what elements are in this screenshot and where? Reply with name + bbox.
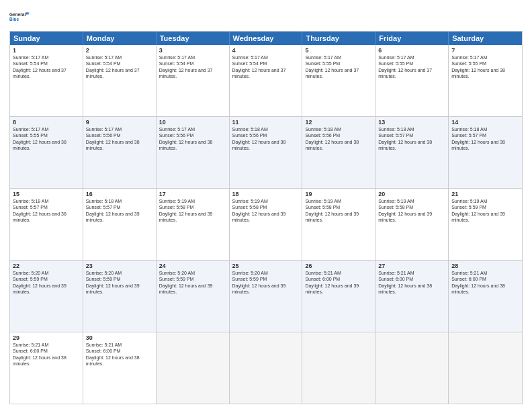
day-info: Sunrise: 5:18 AMSunset: 5:56 PMDaylight:… (305, 127, 359, 150)
day-number: 19 (305, 191, 372, 197)
day-number: 18 (232, 191, 300, 197)
day-cell-30: 30Sunrise: 5:21 AMSunset: 6:00 PMDayligh… (83, 332, 157, 404)
day-cell-2: 2Sunrise: 5:17 AMSunset: 5:54 PMDaylight… (83, 45, 157, 116)
day-info: Sunrise: 5:17 AMSunset: 5:54 PMDaylight:… (13, 55, 66, 79)
day-cell-28: 28Sunrise: 5:21 AMSunset: 6:00 PMDayligh… (449, 261, 522, 332)
day-number: 6 (378, 47, 445, 54)
day-header-saturday: Saturday (449, 32, 522, 45)
day-cell-15: 15Sunrise: 5:18 AMSunset: 5:57 PMDayligh… (10, 189, 83, 260)
day-info: Sunrise: 5:21 AMSunset: 6:00 PMDaylight:… (86, 342, 140, 366)
day-number: 14 (451, 119, 519, 126)
day-header-wednesday: Wednesday (230, 32, 303, 45)
day-cell-14: 14Sunrise: 5:18 AMSunset: 5:57 PMDayligh… (449, 117, 522, 188)
calendar-page: General Blue SundayMondayTuesdayWednesda… (0, 0, 532, 411)
day-cell-17: 17Sunrise: 5:19 AMSunset: 5:58 PMDayligh… (157, 189, 230, 260)
day-cell-27: 27Sunrise: 5:21 AMSunset: 6:00 PMDayligh… (375, 261, 449, 332)
day-info: Sunrise: 5:19 AMSunset: 5:58 PMDaylight:… (232, 199, 286, 222)
day-cell-23: 23Sunrise: 5:20 AMSunset: 5:59 PMDayligh… (83, 261, 157, 332)
day-info: Sunrise: 5:17 AMSunset: 5:55 PMDaylight:… (451, 55, 505, 79)
day-info: Sunrise: 5:19 AMSunset: 5:59 PMDaylight:… (451, 199, 505, 222)
day-info: Sunrise: 5:19 AMSunset: 5:58 PMDaylight:… (378, 199, 432, 222)
empty-cell (157, 332, 230, 404)
day-number: 25 (232, 263, 300, 269)
day-cell-25: 25Sunrise: 5:20 AMSunset: 5:59 PMDayligh… (230, 261, 303, 332)
svg-text:General: General (9, 12, 26, 17)
day-info: Sunrise: 5:17 AMSunset: 5:55 PMDaylight:… (305, 55, 359, 79)
header: General Blue (9, 7, 523, 27)
logo-graphic: General Blue (9, 7, 30, 27)
calendar-row-2: 8Sunrise: 5:17 AMSunset: 5:55 PMDaylight… (10, 117, 522, 189)
calendar-row-1: 1Sunrise: 5:17 AMSunset: 5:54 PMDaylight… (10, 45, 522, 117)
day-cell-26: 26Sunrise: 5:21 AMSunset: 6:00 PMDayligh… (302, 261, 375, 332)
day-info: Sunrise: 5:18 AMSunset: 5:57 PMDaylight:… (86, 199, 140, 222)
day-number: 23 (86, 263, 153, 269)
day-number: 9 (86, 119, 153, 126)
day-info: Sunrise: 5:21 AMSunset: 6:00 PMDaylight:… (378, 271, 432, 294)
day-info: Sunrise: 5:21 AMSunset: 6:00 PMDaylight:… (451, 271, 505, 294)
day-number: 13 (378, 119, 445, 126)
day-info: Sunrise: 5:18 AMSunset: 5:56 PMDaylight:… (232, 127, 286, 150)
day-cell-18: 18Sunrise: 5:19 AMSunset: 5:58 PMDayligh… (230, 189, 303, 260)
day-number: 7 (451, 47, 519, 54)
empty-cell (302, 332, 375, 404)
day-info: Sunrise: 5:18 AMSunset: 5:57 PMDaylight:… (378, 127, 432, 150)
day-number: 22 (13, 263, 80, 269)
day-number: 28 (451, 263, 519, 269)
day-header-tuesday: Tuesday (157, 32, 230, 45)
day-cell-19: 19Sunrise: 5:19 AMSunset: 5:58 PMDayligh… (302, 189, 375, 260)
day-info: Sunrise: 5:21 AMSunset: 6:00 PMDaylight:… (13, 342, 66, 366)
day-number: 24 (159, 263, 226, 269)
empty-cell (230, 332, 303, 404)
day-cell-6: 6Sunrise: 5:17 AMSunset: 5:55 PMDaylight… (375, 45, 449, 116)
calendar-body: 1Sunrise: 5:17 AMSunset: 5:54 PMDaylight… (10, 45, 522, 404)
day-header-thursday: Thursday (302, 32, 375, 45)
day-cell-7: 7Sunrise: 5:17 AMSunset: 5:55 PMDaylight… (449, 45, 522, 116)
day-cell-3: 3Sunrise: 5:17 AMSunset: 5:54 PMDaylight… (157, 45, 230, 116)
day-cell-5: 5Sunrise: 5:17 AMSunset: 5:55 PMDaylight… (302, 45, 375, 116)
day-info: Sunrise: 5:17 AMSunset: 5:54 PMDaylight:… (86, 55, 140, 79)
day-number: 10 (159, 119, 226, 126)
day-number: 21 (451, 191, 519, 197)
day-number: 11 (232, 119, 300, 126)
day-number: 2 (86, 47, 153, 54)
day-cell-13: 13Sunrise: 5:18 AMSunset: 5:57 PMDayligh… (375, 117, 449, 188)
day-info: Sunrise: 5:20 AMSunset: 5:59 PMDaylight:… (232, 271, 286, 294)
day-info: Sunrise: 5:17 AMSunset: 5:56 PMDaylight:… (86, 127, 140, 150)
day-cell-4: 4Sunrise: 5:17 AMSunset: 5:54 PMDaylight… (230, 45, 303, 116)
day-info: Sunrise: 5:21 AMSunset: 6:00 PMDaylight:… (305, 271, 359, 294)
day-number: 3 (159, 47, 226, 54)
day-number: 4 (232, 47, 300, 54)
day-cell-1: 1Sunrise: 5:17 AMSunset: 5:54 PMDaylight… (10, 45, 83, 116)
day-cell-12: 12Sunrise: 5:18 AMSunset: 5:56 PMDayligh… (302, 117, 375, 188)
empty-cell (375, 332, 449, 404)
day-number: 12 (305, 119, 372, 126)
day-info: Sunrise: 5:18 AMSunset: 5:57 PMDaylight:… (451, 127, 505, 150)
calendar: SundayMondayTuesdayWednesdayThursdayFrid… (9, 31, 523, 404)
day-info: Sunrise: 5:20 AMSunset: 5:59 PMDaylight:… (86, 271, 140, 294)
day-info: Sunrise: 5:19 AMSunset: 5:58 PMDaylight:… (305, 199, 359, 222)
day-cell-22: 22Sunrise: 5:20 AMSunset: 5:59 PMDayligh… (10, 261, 83, 332)
day-cell-16: 16Sunrise: 5:18 AMSunset: 5:57 PMDayligh… (83, 189, 157, 260)
day-cell-20: 20Sunrise: 5:19 AMSunset: 5:58 PMDayligh… (375, 189, 449, 260)
day-info: Sunrise: 5:17 AMSunset: 5:56 PMDaylight:… (159, 127, 213, 150)
day-cell-29: 29Sunrise: 5:21 AMSunset: 6:00 PMDayligh… (10, 332, 83, 404)
calendar-row-3: 15Sunrise: 5:18 AMSunset: 5:57 PMDayligh… (10, 189, 522, 261)
day-cell-21: 21Sunrise: 5:19 AMSunset: 5:59 PMDayligh… (449, 189, 522, 260)
day-number: 1 (13, 47, 80, 54)
calendar-row-5: 29Sunrise: 5:21 AMSunset: 6:00 PMDayligh… (10, 332, 522, 404)
day-header-monday: Monday (83, 32, 157, 45)
day-header-friday: Friday (375, 32, 449, 45)
day-number: 29 (13, 334, 80, 341)
day-info: Sunrise: 5:20 AMSunset: 5:59 PMDaylight:… (13, 271, 66, 294)
day-info: Sunrise: 5:17 AMSunset: 5:54 PMDaylight:… (232, 55, 286, 79)
day-number: 20 (378, 191, 445, 197)
day-number: 30 (86, 334, 153, 341)
empty-cell (449, 332, 522, 404)
svg-text:Blue: Blue (9, 17, 19, 21)
day-cell-10: 10Sunrise: 5:17 AMSunset: 5:56 PMDayligh… (157, 117, 230, 188)
day-number: 17 (159, 191, 226, 197)
day-cell-11: 11Sunrise: 5:18 AMSunset: 5:56 PMDayligh… (230, 117, 303, 188)
day-number: 5 (305, 47, 372, 54)
logo: General Blue (9, 7, 30, 27)
day-info: Sunrise: 5:17 AMSunset: 5:55 PMDaylight:… (13, 127, 66, 150)
